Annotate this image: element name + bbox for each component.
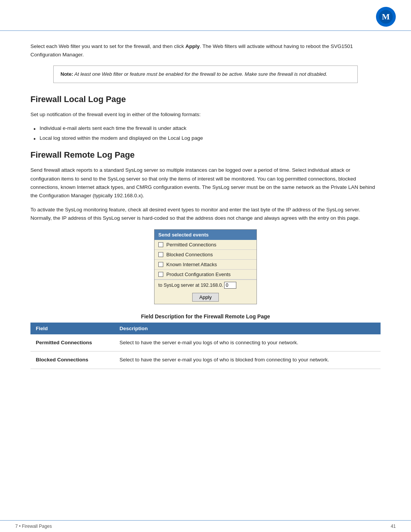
page-container: M Select each Web filter you want to set…	[0, 0, 411, 532]
send-events-widget: Send selected events Permitted Connectio…	[154, 229, 257, 304]
blocked-label: Blocked Connections	[166, 252, 213, 257]
table-row: Permitted Connections Select to have the…	[30, 334, 381, 351]
bullet-item-2: Local log stored within the modem and di…	[30, 134, 381, 142]
page-footer: 7 • Firewall Pages 41	[0, 520, 411, 532]
intro-text-before: Select each Web filter you want to set f…	[30, 43, 185, 49]
note-bold: Note:	[61, 71, 73, 77]
syslog-row: to SysLog server at 192.168.0.	[155, 280, 256, 291]
footer-right: 41	[391, 524, 396, 529]
syslog-input[interactable]	[224, 282, 236, 289]
note-box: Note: At least one Web filter or feature…	[53, 66, 358, 83]
field-desc-permitted: Select to have the server e-mail you log…	[114, 334, 381, 351]
widget-container: Send selected events Permitted Connectio…	[30, 229, 381, 304]
remote-log-paragraph1: Send firewall attack reports to a standa…	[30, 166, 381, 200]
table-caption: Field Description for the Firewall Remot…	[30, 313, 381, 320]
field-description-table: Field Description Permitted Connections …	[30, 323, 381, 369]
internet-attacks-checkbox[interactable]	[158, 262, 163, 267]
main-content: Select each Web filter you want to set f…	[0, 31, 411, 380]
bullet-item-1: Individual e-mail alerts sent each time …	[30, 124, 381, 133]
intro-paragraph: Select each Web filter you want to set f…	[30, 42, 381, 59]
apply-row: Apply	[155, 291, 256, 304]
note-text: Note: At least one Web filter or feature…	[61, 70, 350, 78]
table-row: Blocked Connections Select to have the s…	[30, 351, 381, 369]
intro-bold: Apply	[185, 43, 200, 49]
motorola-logo-svg: M	[379, 10, 393, 24]
product-config-label: Product Configuration Events	[166, 272, 231, 277]
field-name-permitted: Permitted Connections	[30, 334, 114, 351]
remote-log-paragraph2: To activate the SysLog monitoring featur…	[30, 206, 381, 223]
internet-attacks-label: Known Internet Attacks	[166, 262, 217, 267]
widget-row-internet-attacks: Known Internet Attacks	[155, 260, 256, 270]
col-header-field: Field	[30, 323, 114, 334]
local-log-heading: Firewall Local Log Page	[30, 94, 381, 104]
svg-text:M: M	[382, 12, 390, 21]
field-desc-blocked: Select to have the server e-mail you log…	[114, 351, 381, 369]
field-name-blocked: Blocked Connections	[30, 351, 114, 369]
syslog-label: to SysLog server at 192.168.0.	[158, 283, 223, 288]
local-log-bullet-list: Individual e-mail alerts sent each time …	[30, 124, 381, 143]
note-body: At least one Web filter or feature must …	[73, 71, 327, 77]
permitted-label: Permitted Connections	[166, 242, 217, 248]
local-log-description: Set up notification of the firewall even…	[30, 110, 381, 119]
table-header-row: Field Description	[30, 323, 381, 334]
remote-log-heading: Firewall Remote Log Page	[30, 150, 381, 160]
permitted-checkbox[interactable]	[158, 242, 163, 247]
widget-row-blocked: Blocked Connections	[155, 250, 256, 260]
page-header: M	[0, 0, 411, 31]
motorola-logo: M	[376, 7, 396, 27]
footer-left: 7 • Firewall Pages	[15, 524, 52, 529]
widget-row-product-config: Product Configuration Events	[155, 270, 256, 280]
widget-row-permitted: Permitted Connections	[155, 240, 256, 250]
col-header-description: Description	[114, 323, 381, 334]
apply-button[interactable]: Apply	[192, 293, 219, 302]
product-config-checkbox[interactable]	[158, 272, 163, 277]
widget-header: Send selected events	[155, 230, 256, 240]
blocked-checkbox[interactable]	[158, 252, 163, 257]
